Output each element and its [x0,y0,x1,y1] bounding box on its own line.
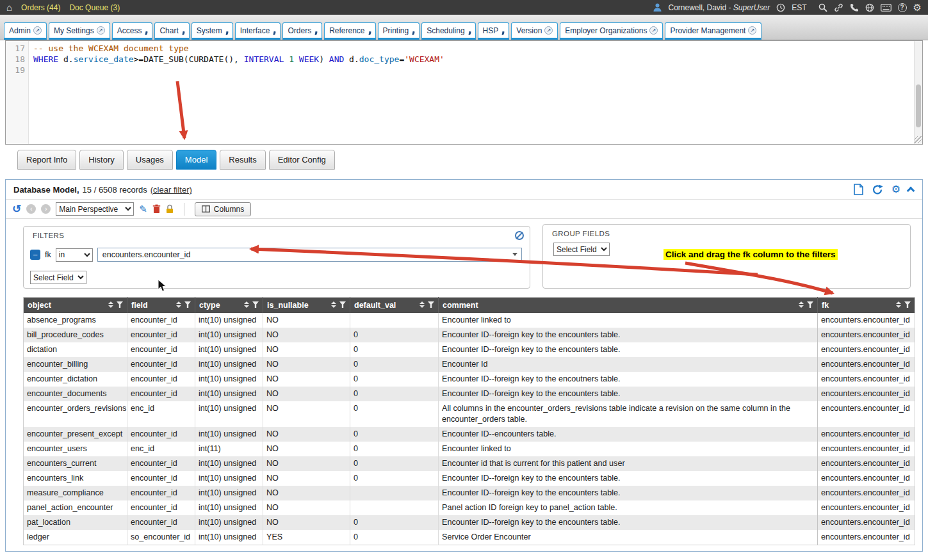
nav-tab[interactable]: Access [112,22,153,40]
group-fields-label: GROUP FIELDS [552,230,610,237]
sort-icon[interactable] [108,301,113,308]
nav-tab[interactable]: Employer Organizations ↗ [560,22,663,40]
table-row[interactable]: absence_programsencounter_idint(10) unsi… [24,313,915,328]
table-row[interactable]: encounter_dictationencounter_idint(10) u… [24,372,915,387]
document-icon[interactable] [854,184,863,195]
search-icon[interactable] [818,3,827,12]
phone-icon[interactable] [850,3,859,12]
table-row[interactable]: encounter_present_exceptencounter_idint(… [24,427,915,442]
subtab[interactable]: Model [176,150,216,170]
filter-icon[interactable] [184,301,191,308]
table-row[interactable]: measure_complianceencounter_idint(10) un… [24,486,915,500]
home-icon[interactable]: ⌂ [6,3,12,12]
undo-icon[interactable]: ↺ [12,204,21,214]
editor-code[interactable]: -- use the WCEXAM document typeWHERE d.s… [29,41,914,144]
resize-handle-icon[interactable] [915,136,922,143]
settings-icon[interactable]: ⚙ [891,184,900,195]
nav-tab[interactable]: HSP [478,22,510,40]
link-icon[interactable] [834,3,843,12]
nav-tab[interactable]: Version ↗ [511,22,558,40]
editor-scrollbar[interactable] [914,41,922,144]
subtab[interactable]: Usages [127,150,173,170]
doc-queue-link[interactable]: Doc Queue (3) [69,3,120,12]
popout-icon[interactable]: ↗ [748,26,756,35]
disable-filters-icon[interactable] [515,231,524,240]
nav-tab[interactable]: Orders [282,22,322,40]
sort-icon[interactable] [799,301,804,308]
nav-tab[interactable]: Printing [378,22,420,40]
nav-tab[interactable]: Provider Management ↗ [665,22,761,40]
popout-icon[interactable]: ↗ [97,26,105,35]
table-row[interactable]: ledgerso_encounter_idint(10) unsignedYES… [24,530,915,545]
table-row[interactable]: encounters_linkencounter_idint(10) unsig… [24,471,915,486]
nav-tab[interactable]: Interface [235,22,281,40]
table-row[interactable]: bill_procedure_codesencounter_idint(10) … [24,328,915,342]
sort-icon[interactable] [419,301,425,308]
columns-button[interactable]: Columns [195,202,251,216]
column-header-fk[interactable]: fk [818,298,915,314]
column-header-is_nullable[interactable]: is_nullable [263,298,350,314]
table-row[interactable]: encounter_usersenc_idint(11)NO0Encounter… [24,442,915,456]
table-row[interactable]: encounter_orders_revisionsenc_idint(10) … [24,401,915,427]
nav-tab[interactable]: My Settings ↗ [49,22,110,40]
filter-icon[interactable] [117,301,123,308]
filter-icon[interactable] [252,301,259,308]
orders-link[interactable]: Orders (44) [21,3,60,12]
table-row[interactable]: encounter_documentsencounter_idint(10) u… [24,387,915,401]
column-header-ctype[interactable]: ctype [195,298,263,314]
column-header-field[interactable]: field [127,298,195,314]
sort-icon[interactable] [176,301,181,308]
nav-tab[interactable]: Reference [324,22,375,40]
table-row[interactable]: panel_action_encounterencounter_idint(10… [24,500,915,515]
user-name[interactable]: Cornewell, David - SuperUser [668,3,770,12]
sql-editor[interactable]: 171819 -- use the WCEXAM document typeWH… [5,40,923,145]
add-group-field-select[interactable]: Select Field [553,243,610,256]
filter-value-input[interactable] [97,248,522,262]
delete-perspective-icon[interactable] [152,204,161,214]
column-header-object[interactable]: object [24,298,127,314]
popout-icon[interactable]: ↗ [544,26,553,35]
timezone-label[interactable]: EST [792,3,806,12]
sort-icon[interactable] [244,301,249,308]
perspective-select[interactable]: Main Perspective [56,202,134,216]
sort-icon[interactable] [331,301,336,308]
clear-filter-link[interactable]: (clear filter) [151,185,192,195]
column-header-comment[interactable]: comment [439,298,818,314]
subtab[interactable]: Results [220,150,265,170]
help-icon[interactable]: ? [898,3,907,12]
history-forward-icon[interactable]: › [41,204,51,214]
subtab[interactable]: History [79,150,123,170]
column-header-default_val[interactable]: default_val [350,298,439,314]
nav-tab[interactable]: Chart [154,22,189,40]
filter-icon[interactable] [428,301,434,308]
remove-filter-button[interactable]: − [30,250,40,260]
nav-tab[interactable]: System [191,22,233,40]
nav-tab[interactable]: Admin ↗ [4,22,47,40]
combo-caret-icon[interactable] [512,253,517,256]
history-back-icon[interactable]: ‹ [26,204,36,214]
clock-icon[interactable] [776,3,785,12]
table-row[interactable]: encounters_currentencounter_idint(10) un… [24,456,915,471]
collapse-icon[interactable] [907,186,915,195]
table-row[interactable]: pat_locationencounter_idint(10) unsigned… [24,515,915,530]
filter-icon[interactable] [339,301,346,308]
subtab[interactable]: Report Info [17,150,76,170]
nav-tab[interactable]: Scheduling [421,22,475,40]
table-row[interactable]: encounter_billingencounter_idint(10) uns… [24,357,915,372]
popout-icon[interactable]: ↗ [33,26,42,35]
filter-icon[interactable] [807,301,813,308]
filter-icon[interactable] [904,301,911,308]
globe-icon[interactable] [865,3,874,12]
popout-icon[interactable]: ↗ [649,26,658,35]
keyboard-icon[interactable] [881,4,891,12]
table-row[interactable]: dictationencounter_idint(10) unsignedNO0… [24,342,915,357]
sort-icon[interactable] [896,301,901,308]
edit-perspective-icon[interactable]: ✎ [139,204,147,214]
scrollbar-thumb[interactable] [916,84,921,128]
refresh-icon[interactable] [872,184,883,195]
lock-icon[interactable] [166,204,174,214]
add-filter-field-select[interactable]: Select Field [30,271,86,284]
filter-operator-select[interactable]: in [56,248,93,262]
gear-icon[interactable]: ⚙ [913,3,922,12]
subtab[interactable]: Editor Config [269,150,335,170]
